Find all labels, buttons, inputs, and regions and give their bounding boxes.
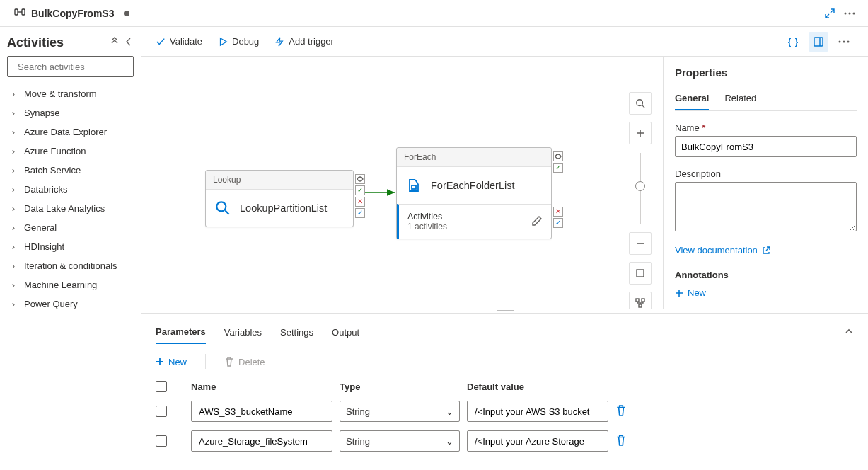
svg-rect-11 bbox=[412, 185, 416, 189]
tree-item[interactable]: ›Power Query bbox=[7, 294, 134, 314]
tab-settings[interactable]: Settings bbox=[280, 321, 313, 343]
svg-point-2 bbox=[845, 12, 847, 14]
param-name-input[interactable] bbox=[197, 401, 326, 421]
search-canvas-button[interactable] bbox=[629, 92, 652, 115]
inner-activities-row[interactable]: Activities 1 activities bbox=[397, 204, 551, 239]
param-default-input[interactable] bbox=[473, 401, 602, 421]
port-failure[interactable]: ✕ bbox=[355, 197, 365, 207]
chevron-right-icon: › bbox=[8, 88, 18, 99]
properties-title: Properties bbox=[675, 67, 857, 79]
expand-icon[interactable] bbox=[820, 4, 840, 23]
delete-row-icon[interactable] bbox=[615, 435, 644, 448]
col-name: Name bbox=[191, 382, 332, 392]
tab-output[interactable]: Output bbox=[332, 321, 359, 343]
external-link-icon bbox=[762, 246, 770, 255]
lookup-activity-node[interactable]: Lookup LookupPartitionList bbox=[205, 170, 354, 227]
search-activities-field[interactable] bbox=[16, 61, 138, 73]
port-skip[interactable] bbox=[355, 174, 365, 184]
collapse-all-icon[interactable] bbox=[110, 37, 120, 49]
chevron-right-icon: › bbox=[8, 184, 18, 195]
tab-parameters[interactable]: Parameters bbox=[156, 321, 206, 344]
validate-button[interactable]: Validate bbox=[156, 36, 202, 47]
chevron-right-icon: › bbox=[8, 165, 18, 176]
separator bbox=[205, 354, 206, 369]
search-activities-input[interactable] bbox=[7, 56, 134, 77]
chevron-right-icon: › bbox=[8, 222, 18, 233]
delete-row-icon[interactable] bbox=[615, 405, 644, 418]
tree-item[interactable]: ›Azure Function bbox=[7, 142, 134, 161]
debug-button[interactable]: Debug bbox=[218, 36, 259, 47]
zoom-slider-handle[interactable] bbox=[635, 181, 645, 191]
bottom-panel: Parameters Variables Settings Output New bbox=[141, 313, 868, 470]
chevron-right-icon: › bbox=[8, 108, 18, 118]
add-annotation-button[interactable]: New bbox=[675, 287, 857, 298]
zoom-out-button[interactable] bbox=[629, 232, 652, 255]
select-all-checkbox[interactable] bbox=[156, 381, 167, 392]
port-failure[interactable]: ✕ bbox=[553, 207, 563, 217]
more-icon[interactable] bbox=[840, 4, 860, 23]
port-completion[interactable]: ✓ bbox=[355, 208, 365, 218]
chevron-right-icon: › bbox=[8, 260, 18, 271]
svg-rect-16 bbox=[639, 304, 642, 307]
delete-parameter-button[interactable]: Delete bbox=[224, 357, 265, 367]
name-label: Name bbox=[675, 122, 857, 133]
toolbar-more-icon[interactable] bbox=[834, 32, 854, 52]
port-completion[interactable]: ✓ bbox=[553, 218, 563, 228]
port-success[interactable]: ✓ bbox=[355, 185, 365, 195]
activities-sidebar: Activities ›Move & transform ›Synapse ›A… bbox=[0, 27, 141, 470]
param-type-select[interactable]: String⌄ bbox=[340, 430, 460, 452]
view-documentation-link[interactable]: View documentation bbox=[675, 245, 770, 256]
tree-item[interactable]: ›Iteration & conditionals bbox=[7, 256, 134, 275]
tree-item[interactable]: ›Synapse bbox=[7, 103, 134, 122]
row-checkbox[interactable] bbox=[156, 435, 167, 447]
tree-item[interactable]: ›General bbox=[7, 218, 134, 237]
foreach-icon bbox=[404, 176, 424, 195]
name-input[interactable] bbox=[675, 136, 857, 157]
description-label: Description bbox=[675, 168, 857, 179]
parameter-row: String⌄ bbox=[156, 426, 854, 456]
tree-item[interactable]: ›Data Lake Analytics bbox=[7, 199, 134, 218]
tree-item[interactable]: ›Databricks bbox=[7, 180, 134, 199]
tab-general[interactable]: General bbox=[675, 87, 709, 110]
annotations-label: Annotations bbox=[675, 270, 857, 280]
description-input[interactable] bbox=[675, 182, 857, 231]
lookup-icon bbox=[213, 198, 233, 218]
pipeline-canvas[interactable]: Lookup LookupPartitionList ✓ ✕ ✓ bbox=[141, 57, 663, 309]
row-checkbox[interactable] bbox=[156, 406, 167, 417]
tree-item[interactable]: ›Machine Learning bbox=[7, 275, 134, 294]
properties-panel: Properties General Related Name Descript… bbox=[663, 57, 868, 309]
chevron-down-icon: ⌄ bbox=[446, 436, 453, 447]
foreach-activity-node[interactable]: ForEach ForEachFolderList Activities bbox=[396, 147, 552, 239]
code-view-button[interactable] bbox=[783, 32, 803, 52]
port-skip[interactable] bbox=[553, 151, 563, 161]
collapse-panel-button[interactable] bbox=[844, 326, 854, 338]
chevron-right-icon: › bbox=[8, 146, 18, 156]
chevron-right-icon: › bbox=[8, 203, 18, 214]
tree-item[interactable]: ›Azure Data Explorer bbox=[7, 122, 134, 142]
tree-item[interactable]: ›Batch Service bbox=[7, 161, 134, 180]
svg-point-7 bbox=[839, 40, 841, 42]
layout-button[interactable] bbox=[629, 292, 652, 309]
param-type-select[interactable]: String⌄ bbox=[340, 401, 460, 422]
zoom-in-button[interactable] bbox=[629, 122, 652, 144]
svg-rect-13 bbox=[637, 270, 644, 277]
tab-related[interactable]: Related bbox=[724, 87, 756, 110]
node-type-label: ForEach bbox=[397, 148, 551, 167]
pipeline-tab[interactable]: BulkCopyFromS3 bbox=[8, 4, 135, 23]
zoom-slider[interactable] bbox=[640, 153, 641, 224]
new-parameter-button[interactable]: New bbox=[156, 357, 187, 367]
chevron-right-icon: › bbox=[8, 299, 18, 309]
tab-variables[interactable]: Variables bbox=[224, 321, 262, 343]
port-success[interactable]: ✓ bbox=[553, 163, 563, 173]
properties-toggle-button[interactable] bbox=[809, 32, 828, 52]
param-name-input[interactable] bbox=[197, 431, 326, 451]
unsaved-indicator-icon bbox=[124, 11, 129, 16]
add-trigger-button[interactable]: Add trigger bbox=[274, 36, 334, 47]
edit-activities-icon[interactable] bbox=[531, 215, 543, 229]
fit-to-screen-button[interactable] bbox=[629, 262, 652, 285]
collapse-panel-icon[interactable] bbox=[124, 37, 134, 49]
tree-item[interactable]: ›HDInsight bbox=[7, 237, 134, 256]
svg-point-3 bbox=[849, 12, 851, 14]
tree-item[interactable]: ›Move & transform bbox=[7, 84, 134, 103]
param-default-input[interactable] bbox=[473, 431, 602, 451]
